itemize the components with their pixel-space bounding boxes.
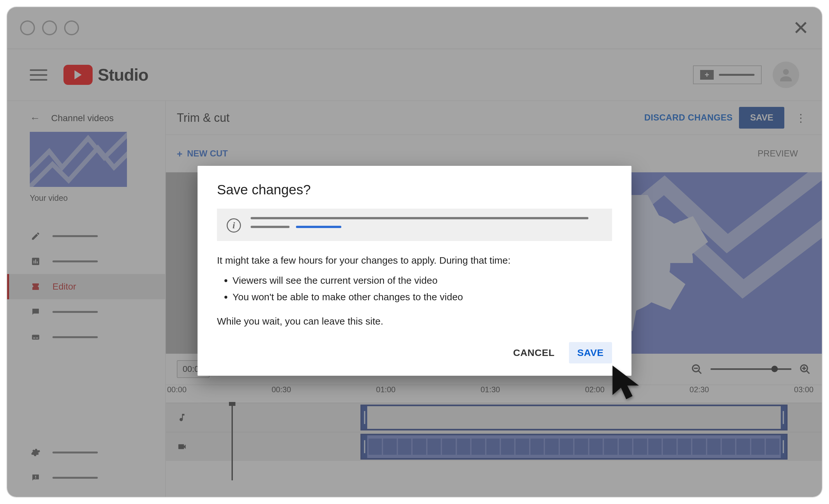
app-window: ✕ Studio ← Channel videos xyxy=(6,6,823,498)
dialog-text-1: It might take a few hours for your chang… xyxy=(217,253,612,268)
modal-overlay: Save changes? i It might take a few hour… xyxy=(7,7,822,497)
dialog-bullet: Viewers will see the current version of … xyxy=(232,272,612,289)
info-icon: i xyxy=(227,218,241,232)
dialog-save-button[interactable]: SAVE xyxy=(569,342,612,363)
dialog-cancel-button[interactable]: CANCEL xyxy=(505,342,563,363)
dialog-bullet: You won't be able to make other changes … xyxy=(232,289,612,305)
dialog-text-2: While you wait, you can leave this site. xyxy=(217,314,612,329)
info-banner: i xyxy=(217,209,612,241)
info-link-placeholder[interactable] xyxy=(296,226,341,228)
save-changes-dialog: Save changes? i It might take a few hour… xyxy=(197,166,632,376)
dialog-title: Save changes? xyxy=(217,182,612,197)
